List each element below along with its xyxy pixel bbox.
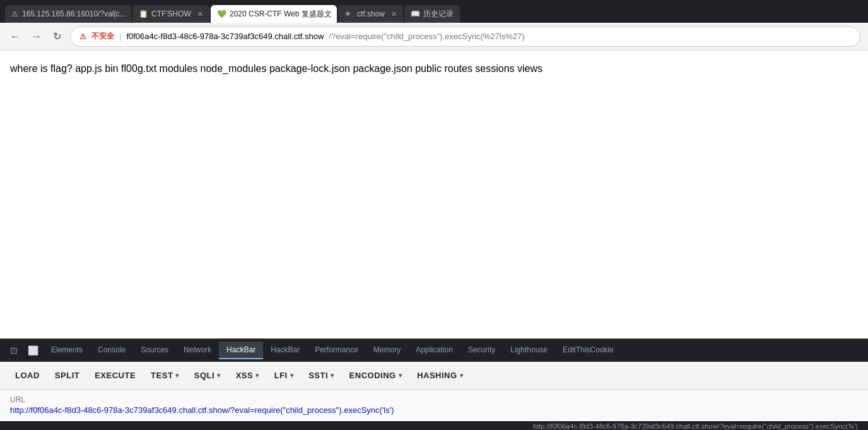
security-label: 不安全 [91, 31, 114, 42]
browser-tabs: ⚠ 165.125.165.86:16010/?val[c... ✕ 📋 CTF… [0, 0, 868, 23]
reload-button[interactable]: ↻ [50, 28, 64, 45]
encoding-arrow: ▾ [399, 372, 402, 379]
address-bar: ← → ↻ ⚠ 不安全 | f0f06a4c-f8d3-48c6-978a-3c… [0, 23, 868, 51]
xss-dropdown[interactable]: XSS ▾ [231, 368, 264, 383]
test-dropdown[interactable]: TEST ▾ [146, 368, 184, 383]
tab-close-4[interactable]: ✕ [391, 10, 397, 18]
ssti-label: SSTI [308, 371, 328, 380]
tab-label-5: 历史记录 [423, 9, 454, 20]
url-separator: | [119, 32, 121, 41]
encoding-label: ENCODING [349, 371, 396, 380]
tab-label-3: 2020 CSR-CTF Web 复盛题文 [230, 9, 332, 20]
xss-arrow: ▾ [255, 372, 259, 379]
lfi-label: LFI [274, 371, 288, 380]
tab-security[interactable]: Security [460, 342, 503, 359]
tab-label-1: 165.125.165.86:16010/?val[c... [22, 9, 126, 18]
tab-hackbar2[interactable]: HackBar [263, 342, 307, 359]
load-button[interactable]: LOAD [10, 368, 45, 383]
devtools-mobile-icon[interactable]: ⬜ [23, 343, 44, 358]
url-domain: f0f06a4c-f8d3-48c6-978a-3c739af3c649.cha… [126, 32, 324, 41]
page-content: where is flag? app.js bin fl00g.txt modu… [0, 51, 868, 340]
tab-memory[interactable]: Memory [366, 342, 408, 359]
tab-console[interactable]: Console [90, 342, 133, 359]
tab-label-4: ctf.show [357, 9, 385, 18]
security-warning-icon: ⚠ [79, 32, 86, 41]
forward-button[interactable]: → [29, 28, 44, 45]
ssti-arrow: ▾ [331, 372, 334, 379]
sqli-label: SQLI [194, 371, 214, 380]
tab-favicon-3: 💚 [217, 9, 226, 18]
hackbar-url-area: URL http://f0f06a4c-f8d3-48c6-978a-3c739… [0, 390, 868, 421]
tab-label-2: CTF'SHOW [151, 9, 191, 18]
devtools-tab-bar: ⊡ ⬜ Elements Console Sources Network Hac… [0, 339, 868, 362]
tab-application[interactable]: Application [408, 342, 460, 359]
hackbar-toolbar: LOAD SPLIT EXECUTE TEST ▾ SQLI ▾ XSS ▾ L… [0, 362, 868, 390]
hashing-arrow: ▾ [460, 372, 464, 379]
tab-1[interactable]: ⚠ 165.125.165.86:16010/?val[c... ✕ [5, 5, 131, 23]
tab-elements[interactable]: Elements [44, 342, 90, 359]
page-text: where is flag? app.js bin fl00g.txt modu… [10, 63, 542, 74]
url-label: URL [10, 395, 858, 404]
url-path: /?eval=require("child_process").execSync… [329, 32, 524, 41]
scroll-hint: http://f0f06a4c-f8d3-48c6-978a-3c739af3c… [0, 421, 868, 430]
ssti-dropdown[interactable]: SSTI ▾ [303, 368, 339, 383]
tab-sources[interactable]: Sources [133, 342, 176, 359]
sqli-dropdown[interactable]: SQLI ▾ [189, 368, 226, 383]
hashing-label: HASHING [417, 371, 457, 380]
tab-3[interactable]: 💚 2020 CSR-CTF Web 复盛题文 ✕ [211, 5, 337, 23]
url-bar[interactable]: ⚠ 不安全 | f0f06a4c-f8d3-48c6-978a-3c739af3… [70, 27, 860, 47]
lfi-dropdown[interactable]: LFI ▾ [269, 368, 299, 383]
tab-2[interactable]: 📋 CTF'SHOW ✕ [132, 5, 209, 23]
hashing-dropdown[interactable]: HASHING ▾ [412, 368, 468, 383]
devtools-select-icon[interactable]: ⊡ [5, 343, 23, 358]
tab-favicon-5: 📖 [411, 9, 419, 18]
tab-performance[interactable]: Performance [307, 342, 366, 359]
split-button[interactable]: SPLIT [50, 368, 85, 383]
tab-favicon-1: ⚠ [11, 9, 18, 18]
back-button[interactable]: ← [8, 28, 23, 45]
tab-4[interactable]: ☀ ctf.show ✕ [338, 5, 403, 23]
devtools-panel: ⊡ ⬜ Elements Console Sources Network Hac… [0, 338, 868, 430]
tab-network[interactable]: Network [176, 342, 219, 359]
lfi-arrow: ▾ [290, 372, 294, 379]
tab-5[interactable]: 📖 历史记录 [404, 5, 460, 23]
tab-lighthouse[interactable]: Lighthouse [503, 342, 555, 359]
tab-favicon-2: 📋 [139, 9, 148, 18]
url-value: http://f0f06a4c-f8d3-48c6-978a-3c739af3c… [10, 405, 858, 415]
xss-label: XSS [236, 371, 254, 380]
execute-button[interactable]: EXECUTE [90, 368, 141, 383]
test-arrow: ▾ [175, 372, 179, 379]
tab-favicon-4: ☀ [344, 9, 353, 18]
encoding-dropdown[interactable]: ENCODING ▾ [344, 368, 408, 383]
sqli-arrow: ▾ [217, 372, 221, 379]
tab-close-2[interactable]: ✕ [197, 10, 203, 18]
tab-hackbar[interactable]: HackBar [219, 342, 263, 359]
test-label: TEST [151, 371, 173, 380]
tab-editthiscookie[interactable]: EditThisCookie [555, 342, 621, 359]
